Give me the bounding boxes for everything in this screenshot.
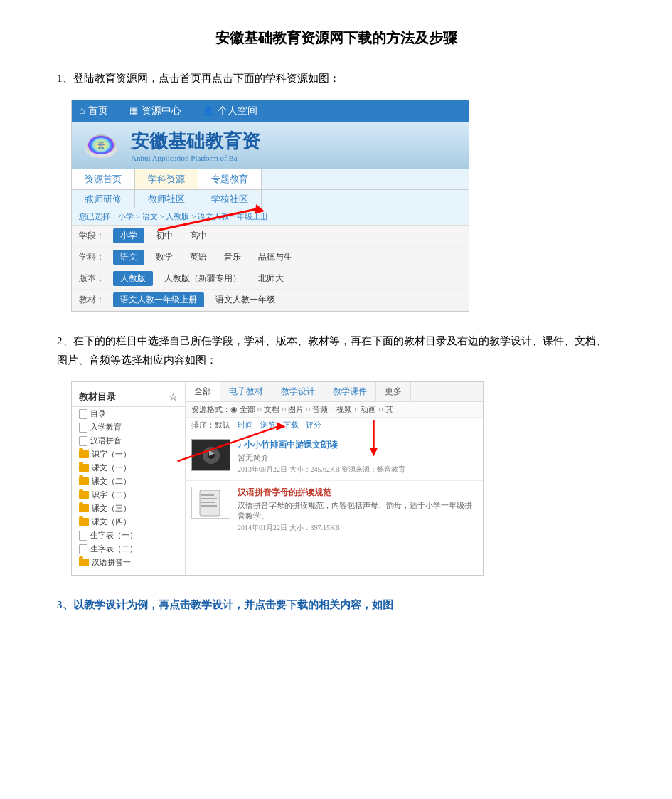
filter-xinjiang[interactable]: 人教版（新疆专用） [159,271,247,286]
resource-thumb-2 [191,487,230,519]
step1-text: 1、登陆教育资源网，点击首页再点击下面的学科资源如图： [57,69,615,88]
folder-icon [79,518,89,526]
item-label: 汉语拼音 [90,435,122,446]
tab-dianzijiaocai[interactable]: 电子教材 [220,382,272,401]
nav-personal-label: 个人空间 [218,105,257,117]
music-icon [201,445,222,466]
filter-renjiaoban-btn[interactable]: 人教版 [113,271,153,286]
screenshot1: ⌂ 首页 ▦ 资源中心 👤 个人空间 [71,100,469,312]
tab-jiaoxuekejian[interactable]: 教学课件 [324,382,376,401]
sort-views[interactable]: 浏览 [260,420,276,430]
list-item-mulu[interactable]: 目录 [72,407,185,420]
ss1-site-title: 安徽基础教育资 [131,129,260,154]
resource-desc-2: 汉语拼音字母的拼读规范，内容包括声母、韵母，适于小学一年级拼音教学。 [238,500,477,522]
resource-item-2: 汉语拼音字母的拼读规范 汉语拼音字母的拼读规范，内容包括声母、韵母，适于小学一年… [186,481,483,539]
sort-downloads[interactable]: 下载 [283,420,299,430]
home-icon: ⌂ [79,105,85,117]
folder-icon [79,504,89,512]
filter-yuwen1-btn[interactable]: 语文人教一年级上册 [113,292,204,307]
filter-xueduan-label: 学段： [79,230,107,242]
sort-time[interactable]: 时间 [238,420,253,430]
filter-shuxue[interactable]: 数学 [150,250,178,265]
ss1-tabs-row2: 教师研修 教师社区 学校社区 [72,190,469,208]
list-item-shengzi2[interactable]: 生字表（二） [72,542,185,556]
nav-resources[interactable]: ▦ 资源中心 [129,105,181,117]
filter-chuzhong[interactable]: 初中 [150,228,178,243]
list-item-shengzi1[interactable]: 生字表（一） [72,529,185,542]
ss1-site-subtitle: Anhui Application Platform of Ba [131,154,260,162]
item-label: 目录 [90,408,106,419]
tab-jiaoshi[interactable]: 教师研修 [72,190,135,208]
doc-icon [79,531,87,541]
step3-text: 3、以教学设计为例，再点击教学设计，并点击要下载的相关内容，如图 [57,596,615,615]
sort-rating[interactable]: 评分 [306,420,321,430]
tab-quanbu[interactable]: 全部 [186,382,220,401]
ss2-left-panel: 教材目录 ☆ 目录 入学教育 汉语拼音 识字（一） 课文（一） [72,382,186,575]
nav-personal[interactable]: 👤 个人空间 [203,105,257,117]
filter-yinyue[interactable]: 音乐 [218,250,247,265]
list-item-kewen1[interactable]: 课文（一） [72,461,185,475]
ss2-tabs: 全部 电子教材 教学设计 教学课件 更多 [186,382,483,402]
svg-rect-14 [201,502,215,503]
list-item-kewen2[interactable]: 课文（二） [72,475,185,488]
resource-title-1[interactable]: ♪ 小小竹排画中游课文朗读 [238,439,477,451]
doc-icon [79,423,87,433]
resource-info-2: 汉语拼音字母的拼读规范 汉语拼音字母的拼读规范，内容包括声母、韵母，适于小学一年… [238,487,477,533]
tab-jiaoxuesheji[interactable]: 教学设计 [272,382,324,401]
filter-xiaoxue-btn[interactable]: 小学 [113,228,144,243]
resource-meta-1: 2013年08月22日 大小：245.62KB 资源来源：畅音教育 [238,465,477,475]
svg-rect-12 [201,494,214,496]
filter-xueke-label: 学科： [79,251,107,263]
pdf-icon [198,489,223,517]
sort-default[interactable]: 排序：默认 [191,420,230,430]
tab-more[interactable]: 更多 [376,382,411,401]
tab-xuexiao[interactable]: 学校社区 [198,190,262,208]
list-item-shizi2[interactable]: 识字（二） [72,488,185,502]
filter-beishida[interactable]: 北师大 [252,271,289,286]
filter-banben-label: 版本： [79,272,107,285]
svg-rect-15 [201,505,217,507]
jiaocai-mulu-label: 教材目录 [79,391,116,403]
list-item-kewen3[interactable]: 课文（三） [72,502,185,515]
list-item-shizi1[interactable]: 识字（一） [72,448,185,461]
ss1-tabs-row1: 资源首页 学科资源 专题教育 [72,169,469,190]
doc-icon [79,544,87,554]
filter-gaozhong[interactable]: 高中 [184,228,213,243]
tab-xuekeziyuan[interactable]: 学科资源 [135,169,198,189]
item-label: 识字（二） [92,490,131,500]
filter-pinde[interactable]: 品德与生 [252,250,298,265]
resource-thumb-1 [191,439,230,471]
list-item-ruxue[interactable]: 入学教育 [72,420,185,434]
item-label: 课文（四） [92,517,131,527]
filter-jiaocai: 教材： 语文人教一年级上册 语文人教一年级 [72,290,469,311]
folder-icon [79,491,89,499]
list-item-hanyu[interactable]: 汉语拼音 [72,434,185,448]
folder-icon [79,464,89,472]
ss1-navbar: ⌂ 首页 ▦ 资源中心 👤 个人空间 [72,100,469,122]
filter-xueduan: 学段： 小学 初中 高中 [72,226,469,247]
list-item-hanyu2[interactable]: 汉语拼音一 [72,556,185,569]
filter-yuwen1b[interactable]: 语文人教一年级 [210,292,281,307]
resource-title-2[interactable]: 汉语拼音字母的拼读规范 [238,487,477,499]
nav-home[interactable]: ⌂ 首页 [79,105,108,117]
list-item-kewen4[interactable]: 课文（四） [72,515,185,529]
item-label: 课文（三） [92,503,131,514]
nav-resources-label: 资源中心 [142,105,181,117]
item-label: 识字（一） [92,449,131,460]
ss1-header: 云 安徽基础教育资 Anhui Application Platform of … [72,122,469,169]
tab-zhuantijiaoy[interactable]: 专题教育 [198,169,262,189]
tab-ziyuanshouye[interactable]: 资源首页 [72,169,135,189]
svg-text:云: 云 [97,142,105,149]
ss1-header-text: 安徽基础教育资 Anhui Application Platform of Ba [131,129,260,162]
filter-yuwen-btn[interactable]: 语文 [113,250,144,265]
item-label: 生字表（二） [90,544,137,554]
svg-rect-13 [201,498,217,499]
resource-meta-2: 2014年01月22日 大小：397.15KB [238,523,477,533]
filter-yingyu[interactable]: 英语 [184,250,213,265]
tab-jiaoshishequ[interactable]: 教师社区 [135,190,198,208]
resource-info-1: ♪ 小小竹排画中游课文朗读 暂无简介 2013年08月22日 大小：245.62… [238,439,477,475]
filter-banben: 版本： 人教版 人教版（新疆专用） 北师大 [72,268,469,290]
filter-xueke: 学科： 语文 数学 英语 音乐 品德与生 [72,247,469,268]
star-icon[interactable]: ☆ [169,391,178,403]
resource-desc-1: 暂无简介 [238,453,477,463]
